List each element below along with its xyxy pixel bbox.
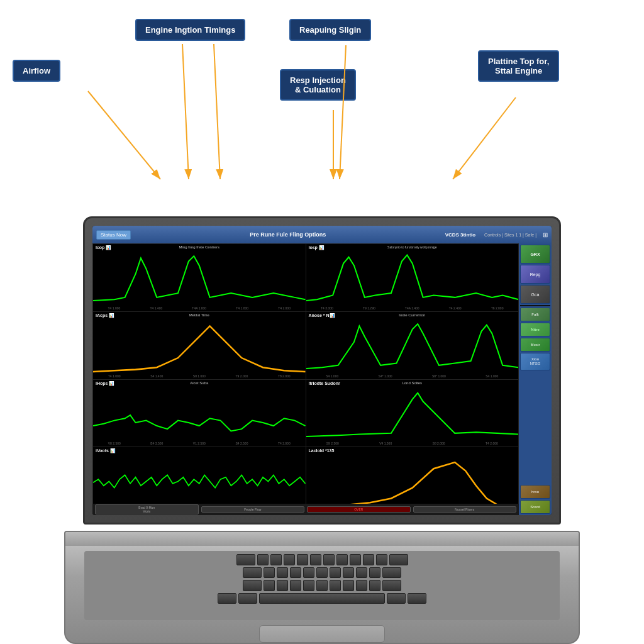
- key-ctrl-left[interactable]: [218, 593, 236, 604]
- key-dot[interactable]: [369, 580, 380, 591]
- chart-ivoots-svg: [93, 456, 306, 509]
- keyboard-row-1: [87, 554, 557, 565]
- key-a[interactable]: [264, 567, 275, 579]
- chart-iacps-label: IAcps 📊: [96, 313, 114, 318]
- key-m[interactable]: [343, 580, 354, 591]
- key-tab[interactable]: [236, 554, 255, 565]
- key-enter[interactable]: [382, 567, 401, 579]
- key-n[interactable]: [330, 580, 341, 591]
- svg-line-3: [214, 44, 220, 179]
- sidebar-divider1: [520, 305, 550, 306]
- keyboard-row-2: [87, 567, 557, 579]
- key-j[interactable]: [343, 567, 354, 579]
- sidebar-xioo-button[interactable]: XiooNTSG: [520, 353, 550, 370]
- sidebar-nitre-button[interactable]: Nitre: [520, 323, 550, 336]
- annotation-airflow: Airflow: [13, 60, 60, 82]
- sidebar-srocd-label: Srocd: [530, 505, 540, 509]
- status-now-button[interactable]: Status Now: [96, 230, 131, 240]
- key-caps[interactable]: [243, 567, 262, 579]
- key-g[interactable]: [316, 567, 328, 579]
- chart-itriodte-xaxis: S9 2.500V4 1.500S8 2.000T4 2.000: [306, 440, 519, 447]
- sidebar-spacer: [520, 372, 550, 484]
- chart-icop-xaxis: T4 1.000T4 1.400T4A 1.600T4 1.600T4 2.00…: [93, 305, 306, 311]
- key-z[interactable]: [264, 580, 275, 591]
- key-e[interactable]: [284, 554, 295, 565]
- chart-ihops-label: IHops 📊: [96, 381, 114, 386]
- key-u[interactable]: [336, 554, 348, 565]
- annotation-plattine-text: Plattine Top for,Sttal Engine: [488, 57, 549, 75]
- key-c[interactable]: [290, 580, 301, 591]
- annotation-reapuing: Reapuing Sligin: [289, 19, 371, 41]
- key-shift-left[interactable]: [243, 580, 262, 591]
- chart-icop-title: Ming hing frete Centrers: [179, 245, 219, 249]
- status-item-2-text: Feople Flow: [244, 508, 261, 511]
- key-x[interactable]: [277, 580, 288, 591]
- annotation-engine-ignition-text: Engine Ingtion Timings: [145, 25, 235, 35]
- chart-anose-svg: [306, 321, 519, 374]
- annotation-resp-injection: Resp Injection& Culuation: [280, 69, 356, 101]
- status-item-1-text: Brad 0 MunVicris: [138, 506, 155, 513]
- chart-icop-label: Icop 📊: [96, 245, 111, 250]
- sidebar-srocd-button[interactable]: Srocd: [520, 500, 550, 514]
- chart-itriodte: Itriodte Sudonr Lond Soltes S9 2.500V4 1…: [306, 380, 519, 447]
- laptop: Status Now Pre Rune Fule Fling Options V…: [64, 216, 580, 644]
- sidebar-hroo-button[interactable]: hroo: [520, 485, 550, 499]
- key-f[interactable]: [303, 567, 314, 579]
- keyboard-row-4: [87, 593, 557, 604]
- key-d[interactable]: [290, 567, 301, 579]
- screen: Status Now Pre Rune Fule Fling Options V…: [92, 226, 552, 515]
- key-r[interactable]: [297, 554, 308, 565]
- sidebar-fallt-button[interactable]: Fallt: [520, 308, 550, 321]
- key-q[interactable]: [257, 554, 269, 565]
- key-w[interactable]: [270, 554, 282, 565]
- annotation-airflow-text: Airflow: [23, 66, 50, 75]
- key-backspace[interactable]: [389, 554, 408, 565]
- chart-ihops: IHops 📊 Aicet Suba V8 2.500B4 3.500V1 2.…: [93, 380, 306, 447]
- key-alt-left[interactable]: [238, 593, 257, 604]
- key-ctrl-right[interactable]: [408, 593, 426, 604]
- key-l[interactable]: [369, 567, 380, 579]
- chart-iosp-svg: [306, 253, 519, 306]
- chart-itriodte-svg: [306, 389, 519, 441]
- sidebar-xioo-label: XiooNTSG: [530, 357, 541, 366]
- chart-anose-label: Anose * N📊: [309, 313, 335, 318]
- key-h[interactable]: [330, 567, 341, 579]
- chart-iacps-title: Metilal Time: [189, 313, 209, 317]
- chart-ivoots-label: iVoots 📊: [96, 448, 116, 453]
- key-b[interactable]: [316, 580, 328, 591]
- screen-content: Icop 📊 Ming hing frete Centrers T4 1.000…: [92, 243, 552, 515]
- chart-iosp-label: Iosp 📊: [309, 245, 325, 250]
- status-item-over: OVER: [307, 506, 411, 513]
- key-comma[interactable]: [356, 580, 367, 591]
- key-space[interactable]: [259, 593, 385, 604]
- key-o[interactable]: [363, 554, 374, 565]
- status-bar: Brad 0 MunVicris Feople Flow OVER Nussel…: [92, 504, 519, 515]
- chart-iacps-xaxis: T4 1.000S4 1.400S8 1.600T9 2.000T8 2.000: [93, 373, 306, 379]
- key-p[interactable]: [376, 554, 387, 565]
- svg-line-2: [182, 44, 189, 179]
- key-alt-right[interactable]: [387, 593, 406, 604]
- grid-icon: ⊞: [543, 231, 548, 238]
- chart-anose-title: Ioote Currernon: [399, 313, 425, 317]
- key-k[interactable]: [356, 567, 367, 579]
- sidebar-mostr-button[interactable]: Mostr: [520, 338, 550, 352]
- key-t[interactable]: [310, 554, 321, 565]
- key-v[interactable]: [303, 580, 314, 591]
- sidebar-grx-button[interactable]: GRX: [520, 245, 550, 264]
- sidebar-gca-button[interactable]: Gca: [520, 285, 550, 304]
- key-i[interactable]: [350, 554, 361, 565]
- svg-line-6: [453, 97, 516, 179]
- annotation-plattine: Plattine Top for,Sttal Engine: [478, 50, 559, 82]
- trackpad[interactable]: [259, 625, 385, 643]
- key-s[interactable]: [277, 567, 288, 579]
- laptop-base: [64, 531, 580, 644]
- svg-line-4: [340, 45, 346, 179]
- status-item-1: Brad 0 MunVicris: [95, 504, 199, 514]
- chart-laclold-svg: [306, 456, 519, 509]
- chart-anose: Anose * N📊 Ioote Currernon S4 1.000S4* 1…: [306, 312, 519, 379]
- sidebar-repg-button[interactable]: Repg: [520, 265, 550, 284]
- annotation-resp-injection-text: Resp Injection& Culuation: [290, 75, 346, 94]
- key-shift-right[interactable]: [382, 580, 401, 591]
- key-y[interactable]: [323, 554, 335, 565]
- sidebar-fallt-label: Fallt: [531, 313, 538, 316]
